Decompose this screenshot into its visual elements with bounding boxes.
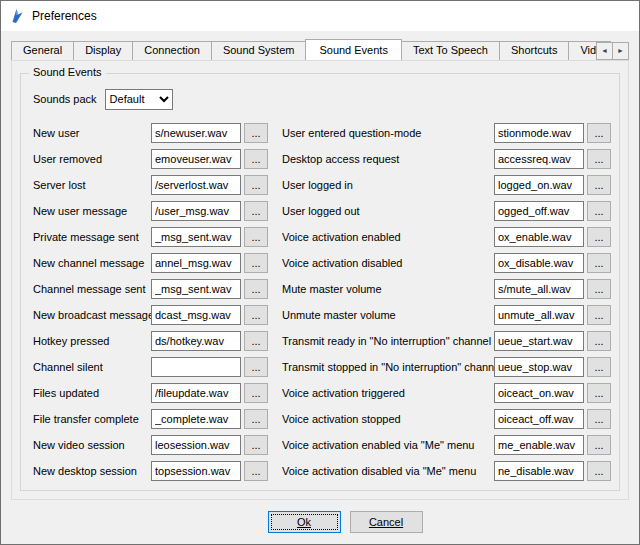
cancel-button[interactable]: Cancel (350, 511, 423, 533)
sound-file-input[interactable] (494, 227, 584, 247)
sound-file-input[interactable] (151, 305, 241, 325)
sound-file-input[interactable] (494, 409, 584, 429)
sound-event-row: User removed ... (33, 146, 272, 172)
sound-events-column-right: User entered question-mode ... Desktop a… (282, 120, 611, 484)
browse-button[interactable]: ... (587, 253, 611, 273)
sound-file-input[interactable] (151, 253, 241, 273)
sound-file-input[interactable] (151, 227, 241, 247)
sounds-pack-select[interactable]: Default (105, 89, 173, 110)
tab-sound-system[interactable]: Sound System (211, 41, 307, 60)
sound-events-columns: New user ... User removed ... Server los… (33, 120, 611, 484)
sound-event-row: New user message ... (33, 198, 272, 224)
browse-button[interactable]: ... (587, 149, 611, 169)
tab-connection[interactable]: Connection (132, 41, 212, 60)
browse-button[interactable]: ... (587, 331, 611, 351)
footer-buttons: Ok Cancel (1, 500, 639, 544)
sound-file-input[interactable] (494, 201, 584, 221)
sound-file-input[interactable] (151, 331, 241, 351)
sound-event-label: Channel message sent (33, 283, 151, 295)
tab-display[interactable]: Display (73, 41, 133, 60)
sound-file-input[interactable] (494, 461, 584, 481)
titlebar[interactable]: Preferences (1, 1, 639, 31)
sound-event-label: Voice activation disabled via "Me" menu (282, 465, 494, 477)
sound-event-label: Hotkey pressed (33, 335, 151, 347)
browse-button[interactable]: ... (587, 383, 611, 403)
sound-file-input[interactable] (151, 149, 241, 169)
browse-button[interactable]: ... (244, 227, 268, 247)
browse-button[interactable]: ... (587, 409, 611, 429)
sound-event-label: File transfer complete (33, 413, 151, 425)
browse-button[interactable]: ... (587, 201, 611, 221)
browse-button[interactable]: ... (587, 435, 611, 455)
sound-file-input[interactable] (151, 279, 241, 299)
tab-text-to-speech[interactable]: Text To Speech (401, 41, 500, 60)
sounds-pack-label: Sounds pack (33, 93, 97, 105)
tab-scroller: ◄ ► (596, 42, 629, 60)
sound-event-label: New channel message (33, 257, 151, 269)
browse-button[interactable]: ... (244, 201, 268, 221)
browse-button[interactable]: ... (587, 305, 611, 325)
browse-button[interactable]: ... (587, 461, 611, 481)
browse-button[interactable]: ... (587, 357, 611, 377)
sound-file-input[interactable] (151, 201, 241, 221)
browse-button[interactable]: ... (587, 175, 611, 195)
tab-scroll-left-button[interactable]: ◄ (596, 42, 613, 60)
tab-shortcuts[interactable]: Shortcuts (499, 41, 569, 60)
browse-button[interactable]: ... (244, 461, 268, 481)
sound-event-row: Hotkey pressed ... (33, 328, 272, 354)
sound-event-row: Server lost ... (33, 172, 272, 198)
browse-button[interactable]: ... (244, 149, 268, 169)
sound-file-input[interactable] (494, 435, 584, 455)
tab-general[interactable]: General (11, 41, 74, 60)
sound-file-input[interactable] (494, 383, 584, 403)
sound-file-input[interactable] (151, 123, 241, 143)
sound-event-label: New broadcast message (33, 309, 151, 321)
sound-file-input[interactable] (151, 461, 241, 481)
sound-event-row: Voice activation enabled ... (282, 224, 611, 250)
tab-label: General (23, 44, 62, 56)
browse-button[interactable]: ... (244, 435, 268, 455)
sound-event-row: Voice activation triggered ... (282, 380, 611, 406)
groupbox-title: Sound Events (29, 66, 106, 78)
tab-scroll-right-button[interactable]: ► (612, 42, 629, 60)
browse-button[interactable]: ... (244, 409, 268, 429)
sound-file-input[interactable] (151, 435, 241, 455)
teamtalk-app-icon (9, 8, 25, 24)
sound-file-input[interactable] (494, 123, 584, 143)
sound-file-input[interactable] (151, 383, 241, 403)
sound-event-label: New video session (33, 439, 151, 451)
sound-event-row: User entered question-mode ... (282, 120, 611, 146)
sound-event-row: Transmit ready in "No interruption" chan… (282, 328, 611, 354)
sound-file-input[interactable] (151, 175, 241, 195)
sound-event-row: File transfer complete ... (33, 406, 272, 432)
browse-button[interactable]: ... (244, 331, 268, 351)
browse-button[interactable]: ... (244, 175, 268, 195)
browse-button[interactable]: ... (244, 383, 268, 403)
browse-button[interactable]: ... (244, 253, 268, 273)
sound-file-input[interactable] (151, 357, 241, 377)
sound-file-input[interactable] (494, 149, 584, 169)
browse-button[interactable]: ... (244, 357, 268, 377)
browse-button[interactable]: ... (244, 279, 268, 299)
tab-label: Connection (144, 44, 200, 56)
browse-button[interactable]: ... (587, 279, 611, 299)
sound-event-label: Voice activation enabled via "Me" menu (282, 439, 494, 451)
tab-sound-events[interactable]: Sound Events (305, 39, 402, 60)
sound-file-input[interactable] (494, 279, 584, 299)
sound-file-input[interactable] (494, 175, 584, 195)
sound-file-input[interactable] (151, 409, 241, 429)
sound-event-row: Channel message sent ... (33, 276, 272, 302)
sound-file-input[interactable] (494, 357, 584, 377)
sound-file-input[interactable] (494, 253, 584, 273)
browse-button[interactable]: ... (587, 227, 611, 247)
sound-file-input[interactable] (494, 331, 584, 351)
sound-file-input[interactable] (494, 305, 584, 325)
browse-button[interactable]: ... (244, 305, 268, 325)
sound-event-row: Unmute master volume ... (282, 302, 611, 328)
window-title: Preferences (32, 9, 97, 23)
browse-button[interactable]: ... (587, 123, 611, 143)
sound-event-label: Transmit stopped in "No interruption" ch… (282, 361, 494, 373)
ok-button[interactable]: Ok (268, 511, 341, 533)
sound-event-row: User logged out ... (282, 198, 611, 224)
browse-button[interactable]: ... (244, 123, 268, 143)
